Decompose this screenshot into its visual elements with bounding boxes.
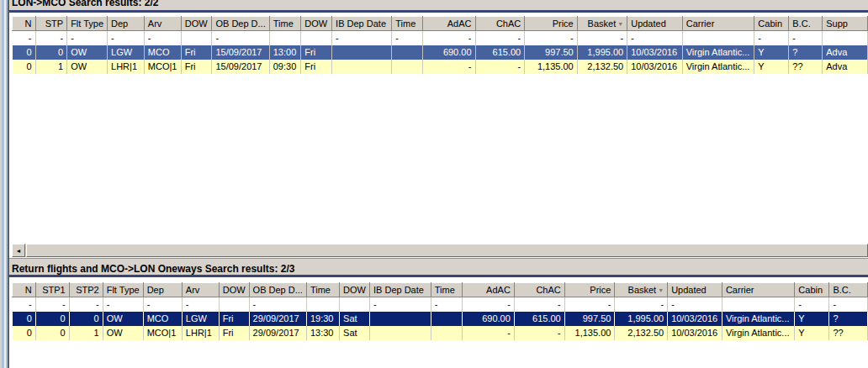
column-header-ob-dow[interactable]: DOW bbox=[219, 283, 249, 297]
column-header-dep[interactable]: Dep bbox=[143, 283, 182, 297]
column-header-bc[interactable]: B.C. bbox=[789, 17, 823, 31]
cell-basket: 1,995.00 bbox=[615, 312, 668, 326]
result-row[interactable]: 00OWLGWMCOFri15/09/201713:00Fri690.00615… bbox=[13, 45, 868, 60]
column-header-cabin[interactable]: Cabin bbox=[795, 283, 829, 297]
filter-cell-ib-dep-date[interactable]: - bbox=[369, 297, 431, 312]
column-header-bc[interactable]: B.C. bbox=[829, 283, 868, 297]
filter-cell-n[interactable]: - bbox=[13, 297, 36, 312]
column-header-arv[interactable]: Arv bbox=[182, 283, 219, 297]
filter-cell-basket[interactable]: - bbox=[577, 31, 627, 45]
cell-adac: - bbox=[463, 326, 514, 340]
filter-cell-n[interactable]: - bbox=[13, 31, 36, 45]
column-header-adac[interactable]: AdAC bbox=[423, 17, 475, 31]
filter-cell-updated[interactable]: - bbox=[627, 31, 683, 45]
cell-ob-time: 19:30 bbox=[306, 312, 339, 326]
column-header-stp[interactable]: STP bbox=[35, 17, 67, 31]
filter-cell-ib-dow[interactable] bbox=[301, 31, 332, 45]
cell-arv: LHR|1 bbox=[182, 326, 219, 340]
column-header-ib-dep-date[interactable]: IB Dep Date bbox=[332, 17, 392, 31]
column-header-carrier[interactable]: Carrier bbox=[682, 17, 754, 31]
column-header-ib-dow[interactable]: DOW bbox=[340, 283, 370, 297]
cell-n: 0 bbox=[13, 60, 36, 74]
column-header-stp2[interactable]: STP2 bbox=[69, 283, 103, 297]
filter-cell-adac[interactable]: - bbox=[463, 297, 514, 312]
filter-cell-bc[interactable]: - bbox=[829, 297, 868, 312]
filter-cell-chac[interactable]: - bbox=[514, 297, 564, 312]
filter-cell-carrier[interactable] bbox=[722, 297, 794, 312]
filter-cell-flt-type[interactable]: - bbox=[103, 297, 143, 312]
result-row[interactable]: 01OWLHR|1MCO|1Fri15/09/201709:30Fri--1,1… bbox=[13, 60, 868, 74]
filter-cell-ob-dep-date[interactable]: - bbox=[249, 297, 306, 312]
cell-ob-time: 13:30 bbox=[306, 326, 339, 340]
column-header-ib-dow[interactable]: DOW bbox=[301, 17, 332, 31]
filter-cell-cabin[interactable]: - bbox=[754, 31, 789, 45]
column-header-ob-time[interactable]: Time bbox=[269, 17, 301, 31]
column-header-dep[interactable]: Dep bbox=[108, 17, 145, 31]
filter-cell-carrier[interactable] bbox=[682, 31, 754, 45]
filter-cell-basket[interactable]: - bbox=[615, 297, 668, 312]
column-header-arv[interactable]: Arv bbox=[144, 17, 181, 31]
column-header-ib-time[interactable]: Time bbox=[392, 17, 423, 31]
sort-descending-icon: ▼ bbox=[617, 21, 623, 27]
column-header-chac[interactable]: ChAC bbox=[514, 283, 564, 297]
column-header-price[interactable]: Price bbox=[564, 283, 615, 297]
column-header-basket[interactable]: Basket▼ bbox=[615, 283, 668, 297]
column-header-price[interactable]: Price bbox=[525, 17, 577, 31]
filter-cell-arv[interactable]: - bbox=[144, 31, 181, 45]
cell-stp2: 0 bbox=[69, 312, 103, 326]
column-header-ob-dep-date[interactable]: OB Dep D... bbox=[212, 17, 269, 31]
filter-cell-ob-dep-date[interactable]: - bbox=[212, 31, 269, 45]
filter-cell-ib-dow[interactable] bbox=[340, 297, 370, 312]
scrollbar-thumb[interactable] bbox=[26, 244, 868, 257]
column-header-ob-time[interactable]: Time bbox=[306, 283, 339, 297]
column-header-flt-type[interactable]: Flt Type bbox=[103, 283, 143, 297]
cell-price: 997.50 bbox=[525, 45, 577, 60]
filter-cell-price[interactable]: - bbox=[525, 31, 577, 45]
scroll-left-button[interactable]: ◄ bbox=[12, 244, 25, 257]
filter-cell-dep[interactable]: - bbox=[108, 31, 145, 45]
filter-cell-cabin[interactable]: - bbox=[795, 297, 829, 312]
filter-cell-stp[interactable]: - bbox=[35, 31, 67, 45]
column-header-ib-time[interactable]: Time bbox=[431, 283, 463, 297]
filter-cell-bc[interactable]: - bbox=[789, 31, 823, 45]
filter-cell-updated[interactable]: - bbox=[668, 297, 722, 312]
column-header-n[interactable]: N bbox=[13, 17, 36, 31]
filter-cell-arv[interactable]: - bbox=[182, 297, 219, 312]
cell-ob-dow: Fri bbox=[181, 60, 212, 74]
column-header-basket[interactable]: Basket▼ bbox=[577, 17, 627, 31]
column-header-ob-dow[interactable]: DOW bbox=[181, 17, 212, 31]
column-header-chac[interactable]: ChAC bbox=[475, 17, 525, 31]
column-header-adac[interactable]: AdAC bbox=[463, 283, 514, 297]
filter-cell-dep[interactable]: - bbox=[143, 297, 182, 312]
horizontal-scrollbar[interactable]: ◄ bbox=[12, 244, 868, 257]
column-header-carrier[interactable]: Carrier bbox=[722, 283, 794, 297]
filter-cell-stp2[interactable]: - bbox=[69, 297, 103, 312]
column-header-flt-type[interactable]: Flt Type bbox=[67, 17, 108, 31]
filter-cell-ob-dow[interactable] bbox=[219, 297, 249, 312]
filter-cell-flt-type[interactable]: - bbox=[67, 31, 108, 45]
filter-row: ---------------- bbox=[13, 297, 868, 312]
column-header-ib-dep-date[interactable]: IB Dep Date bbox=[369, 283, 431, 297]
filter-cell-price[interactable]: - bbox=[564, 297, 615, 312]
filter-cell-chac[interactable]: - bbox=[475, 31, 525, 45]
filter-cell-stp1[interactable]: - bbox=[35, 297, 69, 312]
column-header-updated[interactable]: Updated bbox=[668, 283, 722, 297]
column-header-supp[interactable]: Supp bbox=[823, 17, 868, 31]
filter-cell-adac[interactable]: - bbox=[423, 31, 475, 45]
column-header-n[interactable]: N bbox=[13, 283, 36, 297]
column-header-updated[interactable]: Updated bbox=[627, 17, 683, 31]
result-row[interactable]: 001OWMCO|1LHR|1Fri29/09/201713:30Sat--1,… bbox=[13, 326, 868, 340]
filter-cell-ib-time[interactable]: - bbox=[392, 31, 423, 45]
filter-cell-ob-dow[interactable] bbox=[181, 31, 212, 45]
result-row[interactable]: 000OWMCOLGWFri29/09/201719:30Sat690.0061… bbox=[13, 312, 868, 326]
filter-cell-ib-time[interactable]: - bbox=[431, 297, 463, 312]
filter-cell-ob-time[interactable] bbox=[306, 297, 339, 312]
filter-cell-supp[interactable] bbox=[823, 31, 868, 45]
filter-cell-ob-time[interactable] bbox=[269, 31, 301, 45]
cell-updated: 10/03/2016 bbox=[668, 326, 722, 340]
filter-cell-ib-dep-date[interactable]: - bbox=[332, 31, 392, 45]
outbound-results-grid: NSTPFlt TypeDepArvDOWOB Dep D...TimeDOWI… bbox=[12, 16, 868, 74]
column-header-cabin[interactable]: Cabin bbox=[754, 17, 789, 31]
column-header-stp1[interactable]: STP1 bbox=[35, 283, 69, 297]
column-header-ob-dep-date[interactable]: OB Dep D... bbox=[249, 283, 306, 297]
